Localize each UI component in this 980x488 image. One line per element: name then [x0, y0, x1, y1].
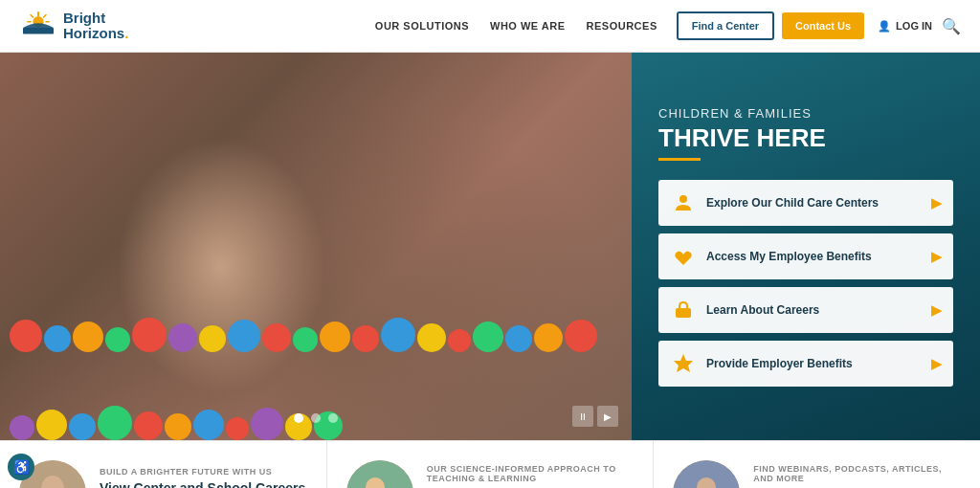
logo[interactable]: Bright Horizons.: [19, 10, 128, 43]
thumb-learning: [346, 460, 413, 489]
bottom-label-careers: BUILD A BRIGHTER FUTURE WITH US: [100, 467, 307, 477]
accessibility-button[interactable]: ♿: [8, 454, 34, 480]
user-icon: 👤: [878, 20, 891, 33]
cta-employer-text: Provide Employer Benefits: [706, 357, 922, 370]
cta-benefits-text: Access My Employee Benefits: [706, 250, 922, 263]
main-nav: OUR SOLUTIONS WHO WE ARE RESOURCES: [375, 20, 657, 32]
bottom-row: BUILD A BRIGHTER FUTURE WITH US View Cen…: [0, 440, 980, 488]
slide-dots: [294, 413, 338, 423]
cta-child-care-text: Explore Our Child Care Centers: [706, 196, 922, 210]
nav-resources[interactable]: RESOURCES: [587, 20, 657, 32]
cta-employee-benefits[interactable]: Access My Employee Benefits ▶: [658, 233, 953, 279]
login-button[interactable]: 👤 LOG IN: [878, 20, 932, 33]
logo-icon: [19, 10, 57, 43]
svg-point-7: [679, 195, 687, 203]
cta-careers[interactable]: Learn About Careers ▶: [658, 287, 953, 333]
cta-child-care[interactable]: Explore Our Child Care Centers ▶: [658, 180, 953, 226]
slide-dot-3[interactable]: [328, 413, 338, 423]
careers-icon: [670, 297, 697, 323]
bottom-label-learning: OUR SCIENCE-INFORMED APPROACH TO TEACHIN…: [427, 464, 635, 483]
bottom-item-careers: BUILD A BRIGHTER FUTURE WITH US View Cen…: [0, 441, 327, 488]
hero-panel: CHILDREN & FAMILIES THRIVE HERE Explore …: [632, 53, 980, 440]
svg-rect-6: [23, 28, 54, 33]
bottom-item-resources: FIND WEBINARS, PODCASTS, ARTICLES, AND M…: [654, 441, 980, 488]
svg-rect-8: [676, 308, 691, 318]
bottom-label-resources: FIND WEBINARS, PODCASTS, ARTICLES, AND M…: [753, 464, 961, 483]
nav-solutions[interactable]: OUR SOLUTIONS: [375, 20, 469, 32]
bottom-item-learning: OUR SCIENCE-INFORMED APPROACH TO TEACHIN…: [327, 441, 655, 488]
logo-name-horizons: Horizons.: [63, 26, 128, 42]
search-button[interactable]: 🔍: [942, 17, 961, 35]
accessibility-icon: ♿: [13, 459, 30, 475]
hero-tagline-main: THRIVE HERE: [658, 124, 953, 152]
cta-arrow-4: ▶: [931, 356, 942, 371]
hero-cta-list: Explore Our Child Care Centers ▶ Access …: [658, 180, 953, 387]
slide-dot-2[interactable]: [311, 413, 321, 423]
cta-arrow-1: ▶: [931, 195, 942, 211]
child-care-icon: [670, 189, 697, 216]
logo-name-bright: Bright: [63, 11, 128, 27]
svg-line-4: [31, 14, 33, 16]
hero-tagline-sub: CHILDREN & FAMILIES: [658, 106, 953, 121]
hero-image: ⏸ ▶: [0, 53, 632, 440]
svg-line-2: [44, 14, 46, 16]
slide-pause-button[interactable]: ⏸: [572, 406, 593, 427]
site-header: Bright Horizons. OUR SOLUTIONS WHO WE AR…: [0, 0, 980, 53]
cta-employer-benefits[interactable]: Provide Employer Benefits ▶: [658, 341, 953, 387]
svg-marker-9: [674, 354, 693, 372]
thumb-resources: [673, 460, 740, 489]
find-center-button[interactable]: Find a Center: [677, 11, 774, 40]
slide-controls: ⏸ ▶: [572, 406, 618, 427]
hero-tagline-underline: [658, 158, 701, 161]
hero-section: ⏸ ▶ CHILDREN & FAMILIES THRIVE HERE Expl…: [0, 53, 980, 440]
slide-play-button[interactable]: ▶: [597, 406, 618, 427]
benefits-icon: [670, 243, 697, 270]
cta-careers-text: Learn About Careers: [706, 303, 922, 317]
contact-us-button[interactable]: Contact Us: [782, 12, 864, 39]
cta-arrow-3: ▶: [931, 302, 942, 318]
nav-who-we-are[interactable]: WHO WE ARE: [490, 20, 566, 32]
slide-dot-1[interactable]: [294, 413, 303, 423]
employer-icon: [670, 350, 697, 377]
cta-arrow-2: ▶: [931, 249, 942, 264]
bottom-title-careers: View Center and School Careers at Bright…: [100, 480, 307, 488]
